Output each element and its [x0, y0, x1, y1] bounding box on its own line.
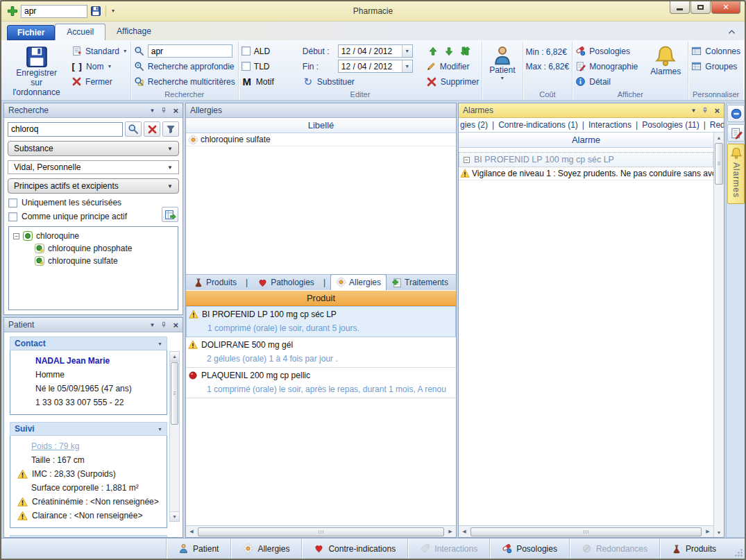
scroll-down-icon[interactable]: ▼	[170, 511, 179, 521]
move-both-icon[interactable]	[460, 46, 471, 56]
scroll-right-icon[interactable]: ▶	[702, 527, 713, 537]
collapse-node-icon[interactable]: −	[13, 233, 19, 239]
nom-button[interactable]: [ ]Nom▼	[71, 60, 128, 72]
tab-affichage[interactable]: Affichage	[105, 24, 162, 40]
poids-link[interactable]: Poids : 79 kg	[17, 441, 79, 451]
tab-pathologies[interactable]: Pathologies	[253, 275, 330, 290]
save-prescription-button[interactable]: Enregistrer sur l'ordonnance	[6, 43, 67, 99]
collapse-group-icon[interactable]: −	[464, 157, 470, 163]
monographie-button[interactable]: Monographie	[575, 60, 638, 72]
panel-close-icon[interactable]: ×	[173, 321, 178, 330]
alarmes-vscrollbar[interactable]: ▲ ▼	[713, 133, 724, 537]
panel-menu-icon[interactable]: ▼	[690, 108, 696, 114]
produit-column-header[interactable]: Produit	[186, 290, 456, 306]
ald-checkbox[interactable]: ALD	[241, 45, 298, 57]
alarm-message-row[interactable]: Vigilance de niveau 1 : Soyez prudents. …	[459, 167, 713, 180]
supprimer-button[interactable]: Supprimer	[426, 76, 479, 87]
substance-search-input[interactable]	[8, 122, 123, 137]
scroll-up-icon[interactable]: ▲	[170, 352, 179, 362]
tld-checkbox[interactable]: TLD	[241, 60, 298, 72]
antecedents-section-header[interactable]: Antécédents▼	[10, 535, 167, 537]
edge-monographie-button[interactable]	[727, 124, 745, 142]
product-row[interactable]: PLAQUENIL 200 mg cp pellic 1 comprimé (o…	[186, 368, 456, 398]
status-contre-indications[interactable]: Contre-indications	[301, 538, 407, 559]
scope-dropdown[interactable]: Principes actifs et excipients▼	[8, 178, 179, 194]
standard-button[interactable]: Standard▼	[71, 45, 128, 57]
tab-traitements[interactable]: Traitements	[387, 275, 453, 290]
alarm-tab-contre-indications[interactable]: Contre-indications (1)	[498, 120, 588, 130]
scroll-up-icon[interactable]: ▲	[714, 133, 724, 142]
resize-grip[interactable]	[734, 548, 743, 557]
tree-item-child[interactable]: chloroquine sulfate	[10, 255, 176, 267]
scroll-thumb[interactable]	[471, 527, 702, 536]
date-fin-field[interactable]: 12 / 04 / 2012▼	[338, 60, 413, 73]
recherche-multicriteres-button[interactable]: Recherche multicritères	[134, 76, 235, 87]
panel-menu-icon[interactable]: ▼	[149, 108, 155, 114]
status-produits[interactable]: Produits	[659, 538, 728, 559]
principe-actif-checkbox[interactable]: Comme unique principe actif	[4, 210, 183, 223]
fermer-button[interactable]: Fermer	[71, 76, 128, 87]
status-patient[interactable]: Patient	[166, 538, 230, 559]
product-row[interactable]: DOLIPRANE 500 mg gél 2 gélules (orale) 1…	[186, 337, 456, 368]
move-up-icon[interactable]	[428, 46, 438, 56]
search-clear-button[interactable]	[144, 121, 160, 137]
scroll-thumb[interactable]	[171, 362, 178, 425]
scroll-left-icon[interactable]: ◀	[186, 527, 197, 537]
pin-icon[interactable]	[701, 106, 709, 114]
patient-scrollbar[interactable]: ▲ ▼	[169, 351, 180, 522]
product-row[interactable]: BI PROFENID LP 100 mg cp séc LP 1 compri…	[186, 306, 456, 337]
scroll-thumb[interactable]	[715, 143, 723, 185]
scroll-down-icon[interactable]: ▼	[714, 527, 724, 537]
alarm-tab-redondances[interactable]: Redo	[710, 120, 724, 130]
scroll-left-icon[interactable]: ◀	[459, 527, 470, 537]
suivi-section-header[interactable]: Suivi▼	[10, 422, 167, 436]
status-posologies[interactable]: Posologies	[489, 538, 569, 559]
quick-search-input[interactable]	[21, 5, 87, 18]
edge-alarmes-tab[interactable]: Alarmes	[727, 144, 745, 204]
alarm-tab-interactions[interactable]: Interactions	[588, 120, 642, 130]
alarm-tab-allergies[interactable]: gies (2)	[460, 120, 498, 130]
allergy-row[interactable]: chloroquine sulfate	[186, 133, 456, 146]
alarm-tab-posologies[interactable]: Posologies (11)	[642, 120, 710, 130]
close-button[interactable]: ✕	[711, 1, 740, 14]
detail-button[interactable]: Détail	[575, 76, 638, 87]
new-prescription-icon[interactable]	[7, 6, 18, 17]
qat-customize-dropdown-icon[interactable]: ▾	[110, 7, 116, 15]
alarmes-hscrollbar[interactable]: ◀ ▶	[459, 525, 713, 537]
tab-produits[interactable]: Produits	[189, 275, 253, 290]
panel-menu-icon[interactable]: ▼	[149, 322, 155, 328]
minimize-button[interactable]	[670, 1, 690, 14]
chevron-down-icon[interactable]: ▼	[402, 60, 412, 72]
search-go-button[interactable]	[125, 121, 142, 137]
date-debut-field[interactable]: 12 / 04 / 2012▼	[338, 44, 413, 58]
tab-accueil[interactable]: Accueil	[55, 24, 105, 40]
substituer-button[interactable]: ↻Substituer	[303, 76, 419, 87]
alarm-group-row[interactable]: − BI PROFENID LP 100 mg cp séc LP	[459, 152, 713, 167]
edge-detail-button[interactable]	[727, 105, 745, 122]
chevron-down-icon[interactable]: ▼	[402, 45, 412, 57]
colonnes-button[interactable]: Colonnes	[691, 45, 740, 57]
motif-button[interactable]: MMotif	[241, 76, 298, 87]
pin-icon[interactable]	[160, 321, 168, 329]
modifier-button[interactable]: Modifier	[426, 60, 479, 72]
alarmes-button[interactable]: Alarmes	[646, 43, 685, 79]
posologies-button[interactable]: Posologies	[575, 45, 638, 57]
tree-item-root[interactable]: − chloroquine	[10, 230, 176, 242]
groupes-button[interactable]: Groupes	[691, 60, 740, 72]
scroll-right-icon[interactable]: ▶	[445, 527, 456, 537]
tree-item-child[interactable]: chloroquine phosphate	[10, 242, 176, 255]
recherche-approfondie-button[interactable]: Recherche approfondie	[134, 60, 235, 72]
type-dropdown[interactable]: Substance▼	[8, 141, 179, 156]
pin-icon[interactable]	[160, 106, 168, 114]
panel-close-icon[interactable]: ×	[173, 106, 178, 115]
scroll-thumb[interactable]	[198, 527, 444, 536]
tab-allergies[interactable]: Allergies	[330, 274, 387, 290]
contact-section-header[interactable]: Contact▼	[10, 337, 167, 350]
save-icon[interactable]	[90, 6, 101, 17]
patient-button[interactable]: Patient ▼	[485, 43, 519, 83]
status-allergies[interactable]: Allergies	[230, 538, 301, 559]
export-button[interactable]	[162, 207, 178, 222]
collapse-ribbon-icon[interactable]	[727, 28, 736, 37]
panel-close-icon[interactable]: ×	[714, 106, 720, 115]
move-down-icon[interactable]	[444, 46, 454, 56]
